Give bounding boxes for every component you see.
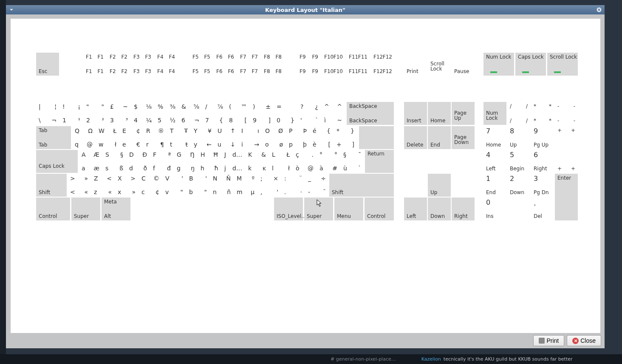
print-button[interactable]: Print	[533, 335, 564, 346]
key-row1-3[interactable]: £~3³	[107, 102, 130, 125]
key-print[interactable]: Print	[404, 53, 427, 76]
key-kp-0[interactable]: 0Ins	[483, 198, 530, 220]
key-kp-subtract[interactable]: ----	[555, 102, 578, 125]
key-row4-7[interactable]: Mºmµ	[234, 174, 257, 197]
key-row3-2[interactable]: DĐdð	[127, 150, 150, 173]
key-f11[interactable]: F11F11F11F11	[346, 53, 370, 76]
key-row4-4[interactable]: V'v"	[163, 174, 186, 197]
key-row3-5[interactable]: HĦhħ	[198, 150, 221, 173]
key-row2-10[interactable]: é{è[	[310, 126, 333, 149]
key-f3[interactable]: F3F3F3F3	[131, 53, 154, 76]
key-end[interactable]: End	[428, 126, 451, 149]
key-row2-5[interactable]: Y¥y←	[191, 126, 214, 149]
key-f12[interactable]: F12F12F12F12	[371, 53, 395, 76]
key-row1-10[interactable]: =0}	[274, 102, 297, 125]
key-row1-9[interactable]: )±9]	[250, 102, 273, 125]
key-kp-numlock[interactable]: Num Lock	[483, 102, 506, 125]
key-insert[interactable]: Insert	[404, 102, 427, 125]
key-row2-0[interactable]: QΩq@	[72, 126, 95, 149]
key-kp-add[interactable]: ++++	[555, 126, 578, 173]
key-row2-3[interactable]: R®r¶	[144, 126, 167, 149]
key-row1-8[interactable]: (™8[	[226, 102, 249, 125]
key-row1-11[interactable]: ?¿'`	[298, 102, 321, 125]
close-button[interactable]: ✕Close	[567, 335, 601, 346]
key-down[interactable]: Down	[428, 198, 451, 220]
key-return[interactable]: Return	[365, 150, 394, 173]
key-kp-decimal[interactable]: .Del	[531, 198, 554, 220]
key-f7[interactable]: F7F7F7F7	[237, 53, 260, 76]
key-row3-7[interactable]: K&kĸ	[246, 150, 269, 173]
key-row2-11[interactable]: *}+]	[334, 126, 357, 149]
key-scroll-lock[interactable]: Scroll Lock	[428, 53, 451, 76]
key-kp-2[interactable]: 2Down	[507, 174, 530, 197]
key-kp-9[interactable]: 9Pg Up	[531, 126, 554, 149]
key-row2-7[interactable]: Iıi→	[239, 126, 262, 149]
key-up[interactable]: Up	[428, 174, 451, 197]
key-control-right[interactable]: Control	[365, 198, 394, 220]
key-f10[interactable]: F10F10F10F10	[322, 53, 345, 76]
titlebar[interactable]: Keyboard Layout "Italian"	[6, 5, 605, 14]
key-f9[interactable]: F9F9F9F9	[297, 53, 321, 76]
key-home[interactable]: Home	[428, 102, 451, 125]
key-row4-1[interactable]: Z<z«	[91, 174, 114, 197]
window-menu-icon[interactable]	[8, 7, 14, 13]
key-row4-6[interactable]: NÑnñ	[210, 174, 233, 197]
key-kp-6[interactable]: 6Right	[531, 150, 554, 173]
key-shift-right[interactable]: Shift	[329, 174, 394, 197]
taskbar[interactable]: # general-non-pixel-place… Kazelion tecn…	[0, 354, 622, 364]
key-shift-left[interactable]: Shift	[36, 174, 67, 197]
key-row2-4[interactable]: TŦtŧ	[167, 126, 190, 149]
key-f4[interactable]: F4F4F4F4	[155, 53, 178, 76]
key-control-left[interactable]: Control	[36, 198, 70, 220]
key-row2-8[interactable]: OØoø	[263, 126, 286, 149]
key-row3-8[interactable]: LŁlł	[269, 150, 292, 173]
key-page-down[interactable]: Page Down	[452, 126, 475, 149]
key-return-top[interactable]	[359, 126, 394, 149]
key-kp-4[interactable]: 4Left	[483, 150, 506, 173]
key-page-up[interactable]: Page Up	[452, 102, 475, 125]
key-menu[interactable]: Menu	[334, 198, 363, 220]
key-row3-4[interactable]: GŊgŋ	[174, 150, 197, 173]
close-icon[interactable]	[596, 7, 602, 13]
key-pause[interactable]: Pause	[452, 53, 475, 76]
key-row3-10[interactable]: °°à#	[317, 150, 340, 173]
key-row4-2[interactable]: X>x»	[115, 174, 138, 197]
key-caps-lock[interactable]: Caps Lock	[36, 150, 78, 173]
key-kp-divide[interactable]: ////	[507, 102, 530, 125]
key-row1-4[interactable]: $⅛4¼	[131, 102, 154, 125]
key-f2[interactable]: F2F2F2F2	[107, 53, 130, 76]
key-kp-multiply[interactable]: ****	[531, 102, 554, 125]
key-row4-5[interactable]: B'b"	[187, 174, 209, 197]
key-row2-2[interactable]: E¢e€	[120, 126, 143, 149]
key-row4-8[interactable]: ;×,'	[258, 174, 281, 197]
key-row2-9[interactable]: PÞpþ	[286, 126, 309, 149]
key-kp-8[interactable]: 8Up	[507, 126, 530, 149]
key-f8[interactable]: F8F8F8F8	[261, 53, 284, 76]
key-row4-0[interactable]: >»<«	[68, 174, 90, 197]
key-row1-5[interactable]: %⅜5½	[155, 102, 178, 125]
key-kp-enter[interactable]: Enter	[555, 174, 578, 220]
key-f1[interactable]: F1F1F1F1	[83, 53, 106, 76]
key-row2-1[interactable]: WŁwł	[96, 126, 119, 149]
key-delete[interactable]: Delete	[404, 126, 427, 149]
key-super-right[interactable]: Super	[304, 198, 333, 220]
key-row4-9[interactable]: :¨.·	[282, 174, 305, 197]
key-meta-alt[interactable]: MetaAlt	[102, 198, 130, 220]
key-row2-6[interactable]: U↑u↓	[215, 126, 238, 149]
key-left[interactable]: Left	[404, 198, 427, 220]
key-kp-1[interactable]: 1End	[483, 174, 506, 197]
key-right[interactable]: Right	[452, 198, 475, 220]
key-row1-1[interactable]: !¡1¹	[60, 102, 83, 125]
key-super-left[interactable]: Super	[71, 198, 100, 220]
key-tab[interactable]: TabTab	[36, 126, 71, 149]
key-row4-10[interactable]: _÷-¯	[305, 174, 328, 197]
key-f5[interactable]: F5F5F5F5	[190, 53, 213, 76]
key-row1-6[interactable]: &⅝6¬	[179, 102, 202, 125]
key-row3-3[interactable]: Fªfđ	[150, 150, 173, 173]
key-kp-3[interactable]: 3Pg Dn	[531, 174, 554, 197]
key-row1-0[interactable]: |¦\¬	[36, 102, 59, 125]
key-f6[interactable]: F6F6F6F6	[214, 53, 237, 76]
key-row4-3[interactable]: C©c¢	[139, 174, 162, 197]
key-space[interactable]	[132, 198, 273, 220]
key-row1-12[interactable]: ^^ì~	[322, 102, 345, 125]
